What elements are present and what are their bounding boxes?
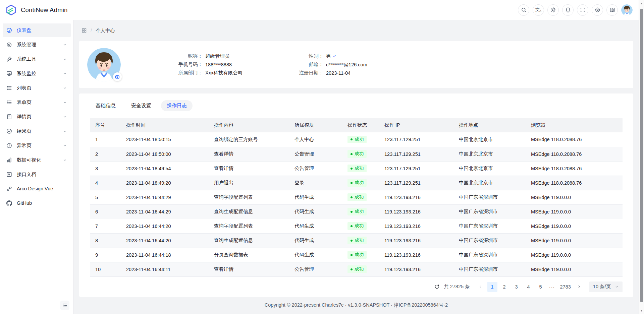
cell-index: 9 [90, 248, 121, 262]
camera-icon[interactable] [113, 72, 122, 81]
column-header-module: 所属模块 [289, 118, 342, 132]
cell-browser: MSEdge 118.0.2088.76 [526, 161, 623, 176]
column-header-index: 序号 [90, 118, 121, 132]
cell-status: 成功 [342, 176, 379, 190]
cell-location: 中国广东省深圳市 [453, 262, 526, 276]
sidebar-item-system-monitor[interactable]: 系统监控 [3, 67, 71, 80]
sidebar-item-list-page[interactable]: 列表页 [3, 81, 71, 95]
profile-field-label: 昵称： [149, 53, 203, 59]
cell-status: 成功 [342, 147, 379, 161]
cell-ip: 119.123.193.216 [379, 190, 453, 204]
status-text: 成功 [355, 180, 364, 185]
scroll-up-arrow[interactable]: ▲ [639, 2, 644, 5]
cell-content: 查询字段配置列表 [209, 219, 289, 233]
grid-icon[interactable] [82, 28, 87, 33]
status-badge: 成功 [347, 237, 367, 244]
cell-content: 查看详情 [209, 262, 289, 276]
sidebar-collapse-button[interactable] [60, 301, 69, 310]
status-text: 成功 [355, 223, 364, 229]
tab-basic-info[interactable]: 基础信息 [90, 100, 121, 111]
cell-status: 成功 [342, 161, 379, 176]
tab-operation-log[interactable]: 操作日志 [161, 100, 193, 111]
cell-time: 2023-11-04 18:49:20 [121, 176, 209, 190]
chevron-down-icon [63, 100, 67, 105]
cell-index: 3 [90, 161, 121, 176]
cell-content: 查询字段配置列表 [209, 190, 289, 204]
theme-button[interactable] [547, 4, 559, 16]
status-dot-icon [351, 182, 353, 184]
scroll-down-arrow[interactable]: ▼ [639, 309, 644, 312]
sidebar: 仪表盘系统管理系统工具系统监控列表页表单页详情页结果页异常页数据可视化接口文档A… [0, 20, 74, 314]
status-badge: 成功 [347, 150, 367, 158]
status-badge: 成功 [347, 265, 367, 273]
refresh-button[interactable] [432, 282, 441, 291]
notifications-button[interactable] [562, 4, 574, 16]
cell-index: 8 [90, 233, 121, 248]
cell-location: 中国广东省深圳市 [453, 204, 526, 219]
page-button-2783[interactable]: 2783 [558, 282, 573, 292]
page-button-4[interactable]: 4 [524, 282, 534, 292]
search-button[interactable] [518, 4, 529, 16]
sidebar-item-label: 系统工具 [17, 56, 36, 62]
cell-module: 公告管理 [289, 262, 342, 276]
sidebar-item-label: 系统监控 [17, 70, 36, 77]
sidebar-item-api-docs[interactable]: 接口文档 [3, 168, 71, 181]
main-content: / 个人中心 昵称：超级管理员手机号码：188****8888所属部门：Xxx科… [74, 20, 639, 314]
sidebar-item-data-visualization[interactable]: 数据可视化 [3, 153, 71, 167]
app-logo[interactable]: ContiNew Admin [5, 4, 68, 16]
sidebar-item-label: 异常页 [17, 142, 32, 149]
settings-button[interactable] [592, 4, 603, 16]
sidebar-item-label: 结果页 [17, 128, 32, 134]
translate-button[interactable]: 文A [533, 4, 544, 16]
next-page-button[interactable] [575, 282, 584, 292]
continew-logo-icon [5, 4, 17, 16]
page-ellipsis[interactable]: ··· [548, 284, 556, 290]
chevron-down-icon [63, 158, 67, 162]
status-text: 成功 [355, 166, 364, 171]
sidebar-item-arco-design-vue[interactable]: Arco Design Vue [3, 182, 71, 195]
fullscreen-button[interactable] [577, 4, 588, 16]
page-button-2[interactable]: 2 [499, 282, 509, 292]
page-button-5[interactable]: 5 [536, 282, 546, 292]
table-row: 102023-11-04 16:44:11查看详情公告管理成功119.123.1… [90, 262, 623, 276]
sidebar-item-github[interactable]: GitHub [3, 196, 71, 210]
profile-field-label: 性别： [283, 53, 323, 59]
sidebar-item-result-page[interactable]: 结果页 [3, 124, 71, 138]
cell-index: 10 [90, 262, 121, 276]
cell-browser: MSEdge 118.0.2088.76 [526, 176, 623, 190]
sidebar-item-label: 数据可视化 [17, 157, 41, 163]
docs-button[interactable] [606, 4, 618, 16]
status-dot-icon [351, 211, 353, 213]
profile-info-right: 性别：男♂邮箱：c********@126.com注册日期：2023-11-04 [283, 51, 451, 78]
sidebar-item-system-tools[interactable]: 系统工具 [3, 52, 71, 66]
link-icon [6, 186, 12, 192]
column-header-ip: 操作 IP [379, 118, 453, 132]
cell-ip: 123.117.129.251 [379, 147, 453, 161]
sidebar-item-label: 接口文档 [17, 171, 36, 178]
page-button-1[interactable]: 1 [487, 282, 497, 292]
page-button-3[interactable]: 3 [512, 282, 522, 292]
cell-browser: MSEdge 118.0.2088.76 [526, 132, 623, 147]
prev-page-button[interactable] [476, 282, 485, 292]
sidebar-item-label: 仪表盘 [17, 27, 32, 34]
page-size-select[interactable]: 10 条/页 [589, 281, 623, 292]
status-badge: 成功 [347, 222, 367, 230]
profile-info-left: 昵称：超级管理员手机号码：188****8888所属部门：Xxx科技有限公司 [149, 51, 283, 78]
profile-field-value: 男 [326, 53, 331, 59]
scrollbar-thumb[interactable] [640, 9, 643, 302]
github-icon [6, 200, 12, 206]
sidebar-item-system-management[interactable]: 系统管理 [3, 38, 71, 51]
tab-security-settings[interactable]: 安全设置 [125, 100, 157, 111]
sidebar-item-exception-page[interactable]: 异常页 [3, 139, 71, 152]
status-dot-icon [351, 225, 353, 227]
sidebar-item-dashboard[interactable]: 仪表盘 [3, 23, 71, 37]
sidebar-item-form-page[interactable]: 表单页 [3, 96, 71, 109]
cell-index: 2 [90, 147, 121, 161]
table-row: 12023-11-04 18:50:15查询绑定的三方账号个人中心成功123.1… [90, 132, 623, 147]
sidebar-item-detail-page[interactable]: 详情页 [3, 110, 71, 123]
table-row: 32023-11-04 18:49:54查看详情公告管理成功123.117.12… [90, 161, 623, 176]
cell-browser: MSEdge 118.0.2088.76 [526, 147, 623, 161]
table-body: 12023-11-04 18:50:15查询绑定的三方账号个人中心成功123.1… [90, 132, 623, 276]
user-avatar[interactable] [621, 4, 633, 16]
monitor-icon [6, 71, 12, 76]
